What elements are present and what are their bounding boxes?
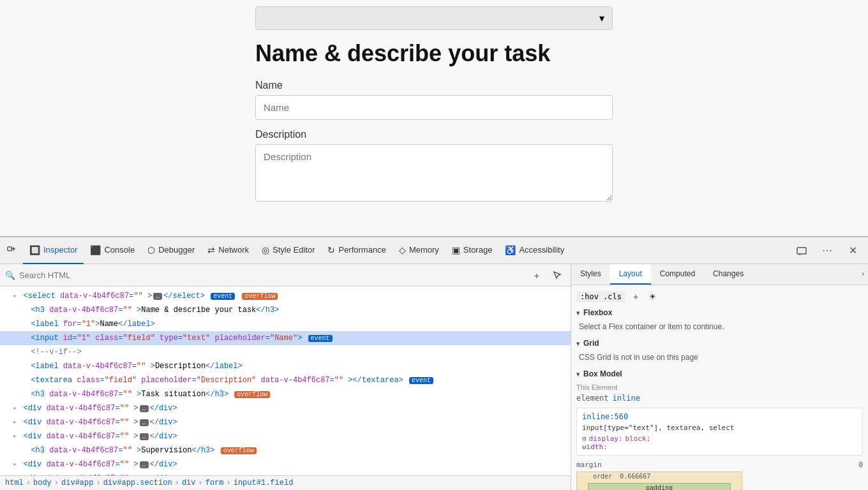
pick-element-btn[interactable] [549, 267, 565, 283]
responsive-design-btn[interactable] [791, 241, 812, 261]
html-line[interactable]: <textarea class="field" placeholder="Des… [0, 373, 571, 387]
svg-rect-0 [8, 247, 11, 251]
collapse-arrow[interactable] [13, 418, 17, 427]
right-tab-computed[interactable]: Computed [651, 264, 704, 285]
box-model-toggle-icon [576, 371, 580, 378]
style-editor-icon: ◎ [262, 245, 269, 255]
description-textarea[interactable] [255, 144, 613, 202]
element-label: element [576, 394, 609, 403]
breadcrumb: html › body › div#app › div#app.section … [0, 475, 571, 490]
breadcrumb-form[interactable]: form [206, 479, 224, 487]
html-line[interactable]: <div data-v-4b4f6c87="" >…</div> [0, 457, 571, 471]
grid-section: Grid CSS Grid is not in use on this page [576, 339, 863, 362]
padding-label-top: padding [646, 484, 673, 490]
breadcrumb-html[interactable]: html [5, 479, 24, 487]
html-line[interactable]: <label for="1">Name</label> [0, 317, 571, 331]
order-value: 0.666667 [620, 473, 650, 480]
tab-inspector-label: Inspector [43, 245, 77, 255]
breadcrumb-div-app-section[interactable]: div#app.section [103, 479, 172, 487]
theme-toggle-btn[interactable]: ☀ [646, 290, 659, 303]
right-tab-layout[interactable]: Layout [610, 264, 651, 285]
tab-style-editor[interactable]: ◎ Style Editor [255, 237, 321, 264]
grid-header[interactable]: Grid [576, 339, 863, 348]
breadcrumb-input[interactable]: input#1.field [234, 479, 294, 487]
name-input[interactable] [255, 95, 613, 120]
margin-top-value: 0 [858, 461, 863, 469]
devtools-main: 🔍 + <select data-v-4b4f6c87="" >…</selec… [0, 264, 868, 490]
tab-performance-label: Performance [338, 245, 385, 255]
display-val: block; [625, 434, 651, 443]
grid-title: Grid [583, 339, 599, 348]
tab-performance[interactable]: ↻ Performance [321, 237, 392, 264]
breadcrumb-div[interactable]: div [182, 479, 196, 487]
tab-inspector[interactable]: 🔲 Inspector [23, 237, 84, 264]
html-line[interactable]: <div data-v-4b4f6c87="" >…</div> [0, 401, 571, 415]
html-line[interactable]: <h3 data-v-4b4f6c87="" >Task situation</… [0, 387, 571, 401]
memory-icon: ◇ [399, 245, 406, 255]
right-tabs-overflow-btn[interactable]: › [858, 264, 868, 285]
box-model-visual-wrapper: margin 0 0.6667 0.6667 0 [576, 461, 863, 490]
add-node-btn[interactable]: + [528, 267, 545, 283]
collapse-arrow[interactable] [13, 292, 17, 301]
tab-memory-label: Memory [409, 245, 439, 255]
collapse-arrow[interactable] [13, 404, 17, 413]
devtools-toolbar: 🔲 Inspector ⬛ Console ⬡ Debugger ⇄ Netwo… [0, 237, 868, 264]
html-line[interactable]: <select data-v-4b4f6c87="" >…</select> e… [0, 289, 571, 303]
hov-cls-label: :hov .cls [576, 291, 625, 302]
tab-accessibility-label: Accessibility [519, 245, 564, 255]
box-model-visual: 0.6667 0.6667 0 order 0.666667 padding [576, 471, 742, 490]
html-line[interactable]: <h3 data-v-4b4f6c87="" >Name & describe … [0, 303, 571, 317]
margin-label: margin [576, 461, 602, 469]
tab-accessibility[interactable]: ♿ Accessibility [498, 237, 571, 264]
html-line[interactable]: <div data-v-4b4f6c87="" >…</div> [0, 415, 571, 429]
debugger-icon: ⬡ [147, 245, 155, 255]
padding-box: padding 8 8 8 [588, 483, 731, 490]
collapse-arrow[interactable] [13, 460, 17, 469]
right-tab-changes[interactable]: Changes [704, 264, 752, 285]
storage-icon: ▣ [452, 245, 460, 255]
flexbox-info: Select a Flex container or item to conti… [576, 322, 863, 331]
order-row: order 0.666667 [593, 473, 650, 480]
tab-storage[interactable]: ▣ Storage [445, 237, 499, 264]
console-icon: ⬛ [90, 245, 101, 255]
flexbox-title: Flexbox [583, 308, 612, 317]
tab-storage-label: Storage [463, 245, 493, 255]
search-icon: 🔍 [5, 271, 15, 280]
tab-memory[interactable]: ◇ Memory [393, 237, 445, 264]
tab-console[interactable]: ⬛ Console [84, 237, 141, 264]
display-prop: display: [589, 434, 623, 443]
flexbox-header[interactable]: Flexbox [576, 308, 863, 317]
tab-debugger[interactable]: ⬡ Debugger [141, 237, 201, 264]
collapse-arrow[interactable] [13, 432, 17, 441]
html-line-selected[interactable]: <input id="1" class="field" type="text" … [0, 331, 571, 345]
style-rule-selector: inline:560 [582, 412, 857, 421]
box-model-header[interactable]: Box Model [576, 369, 863, 378]
style-element-type: input[type="text"], textarea, select [582, 424, 857, 432]
breadcrumb-body[interactable]: body [33, 479, 52, 487]
right-panel-content: :hov .cls + ☀ Flexbox Select a Flex cont… [571, 285, 868, 490]
more-tools-btn[interactable]: ⋯ [817, 241, 837, 261]
tab-network[interactable]: ⇄ Network [201, 237, 255, 264]
selector-text: inline:560 [582, 412, 628, 421]
html-code-area[interactable]: <select data-v-4b4f6c87="" >…</select> e… [0, 286, 571, 475]
style-rule-inline: inline:560 input[type="text"], textarea,… [576, 408, 863, 456]
tab-console-label: Console [104, 245, 135, 255]
right-tab-styles[interactable]: Styles [571, 264, 610, 285]
page-dropdown[interactable]: ▾ [255, 6, 613, 30]
description-label: Description [255, 129, 613, 140]
right-tabs: Styles Layout Computed Changes › [571, 264, 868, 285]
html-line[interactable]: <!--v-if--> [0, 345, 571, 359]
html-line[interactable]: <div data-v-4b4f6c87="" >…</div> [0, 429, 571, 443]
add-class-btn[interactable]: + [629, 290, 642, 303]
close-devtools-btn[interactable]: ✕ [842, 241, 863, 261]
network-icon: ⇄ [207, 245, 215, 255]
breadcrumb-div-app[interactable]: div#app [61, 479, 93, 487]
html-search-input[interactable] [19, 271, 525, 280]
tab-debugger-label: Debugger [158, 245, 195, 255]
devtools-pick-element-btn[interactable] [1, 241, 22, 261]
flexbox-toggle-icon [576, 309, 580, 316]
this-element-label: This Element [576, 383, 863, 391]
html-line[interactable]: <h3 data-v-4b4f6c87="" >Supervision</h3>… [0, 443, 571, 457]
html-line[interactable]: <label data-v-4b4f6c87="" >Description</… [0, 359, 571, 373]
toolbar-right: ⋯ ✕ [790, 241, 868, 261]
